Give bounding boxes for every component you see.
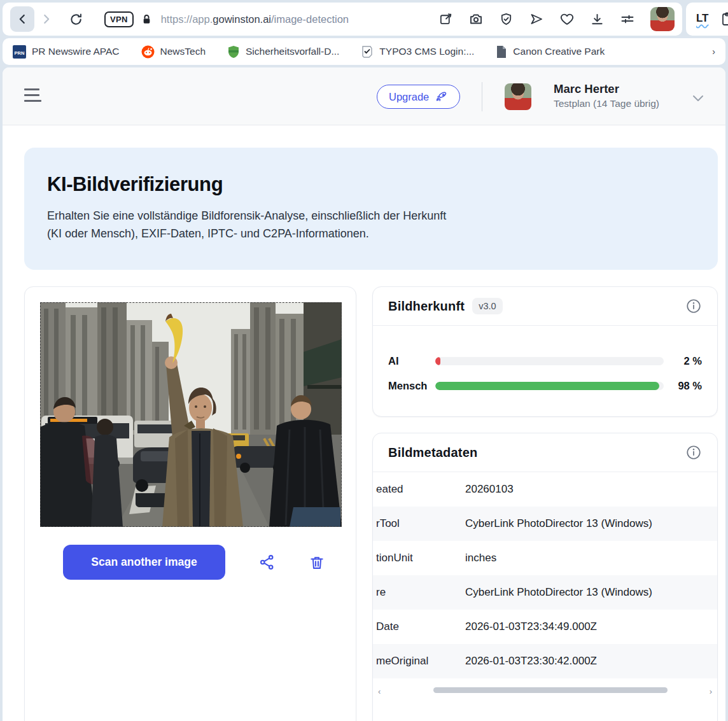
scrollbar-thumb[interactable] bbox=[433, 687, 668, 693]
forward-icon bbox=[39, 12, 53, 26]
typo3-favicon bbox=[361, 45, 374, 59]
metadata-key: meOriginal bbox=[373, 655, 465, 668]
bookmark-label: PR Newswire APAC bbox=[32, 46, 120, 57]
bar-value: 2 % bbox=[664, 355, 702, 367]
metadata-value: 2026-01-03T23:34:49.000Z bbox=[465, 620, 597, 633]
checkshield-favicon bbox=[361, 45, 374, 59]
bookmarks-overflow-chevron[interactable]: › bbox=[712, 46, 715, 57]
version-badge: v3.0 bbox=[472, 298, 502, 314]
scan-another-image-button[interactable]: Scan another image bbox=[63, 545, 225, 580]
origin-card: Bildherkunft v3.0 AI2 %Mensch98 % bbox=[372, 286, 718, 417]
shield-favicon bbox=[227, 45, 240, 59]
camera-icon[interactable] bbox=[468, 11, 484, 27]
chevron-down-icon[interactable] bbox=[690, 90, 706, 106]
metadata-value: inches bbox=[465, 552, 496, 564]
progress-track bbox=[435, 382, 664, 390]
info-icon bbox=[685, 444, 702, 461]
forward-button[interactable] bbox=[34, 6, 59, 32]
menu-button[interactable] bbox=[24, 88, 43, 106]
delete-button[interactable] bbox=[309, 554, 325, 571]
metadata-key: eated bbox=[373, 483, 465, 496]
trash-icon bbox=[309, 554, 325, 571]
page-title: KI-Bildverifizierung bbox=[47, 173, 695, 196]
origin-info-button[interactable] bbox=[685, 298, 702, 314]
metadata-hscrollbar[interactable]: ‹ › bbox=[373, 682, 717, 701]
metadata-row: rToolCyberLink PhotoDirector 13 (Windows… bbox=[373, 507, 717, 541]
user-name: Marc Herter bbox=[554, 82, 619, 96]
scanned-image bbox=[40, 302, 342, 527]
metadata-row: tionUnitinches bbox=[373, 541, 717, 575]
clipboard-icon[interactable] bbox=[722, 12, 728, 26]
metadata-value: 2026-01-03T23:30:42.000Z bbox=[465, 655, 597, 668]
metadata-value: CyberLink PhotoDirector 13 (Windows) bbox=[465, 586, 652, 599]
bookmark-item[interactable]: TYPO3 CMS Login:... bbox=[361, 45, 474, 59]
url-text[interactable]: https://app.gowinston.ai/image-detection bbox=[161, 13, 433, 25]
bookmark-item[interactable]: NewsTech bbox=[141, 45, 206, 59]
scroll-left-chevron[interactable]: ‹ bbox=[378, 687, 381, 696]
reload-icon bbox=[69, 12, 83, 27]
reddit-favicon bbox=[141, 45, 155, 59]
page-content: Upgrade Marc Herter Testplan (14 Tage üb… bbox=[3, 67, 725, 721]
origin-title: Bildherkunft bbox=[388, 299, 465, 314]
bookmark-label: TYPO3 CMS Login:... bbox=[379, 46, 474, 57]
metadata-key: re bbox=[373, 586, 465, 599]
metadata-row: eated20260103 bbox=[373, 472, 717, 507]
origin-bars: AI2 %Mensch98 % bbox=[373, 326, 717, 392]
reddit-favicon bbox=[141, 45, 155, 59]
metadata-title: Bildmetadaten bbox=[388, 445, 477, 460]
app-header: Upgrade Marc Herter Testplan (14 Tage üb… bbox=[3, 67, 725, 125]
languagetool-icon[interactable]: LT bbox=[696, 12, 709, 27]
share-icon bbox=[258, 554, 276, 571]
metadata-table: eated20260103rToolCyberLink PhotoDirecto… bbox=[373, 472, 717, 678]
street-photo-illustration bbox=[40, 302, 342, 527]
metadata-row: meOriginal2026-01-03T23:30:42.000Z bbox=[373, 644, 717, 678]
bar-value: 98 % bbox=[664, 380, 702, 392]
browser-profile-avatar[interactable] bbox=[650, 7, 675, 31]
back-button[interactable] bbox=[10, 6, 34, 32]
metadata-row: reCyberLink PhotoDirector 13 (Windows) bbox=[373, 575, 717, 610]
back-icon bbox=[15, 12, 29, 26]
bookmark-item[interactable]: Canon Creative Park bbox=[496, 45, 605, 59]
prn-favicon: PRN bbox=[13, 45, 26, 59]
bookmark-item[interactable]: PRNPR Newswire APAC bbox=[13, 45, 120, 59]
user-avatar[interactable] bbox=[505, 83, 531, 110]
progress-fill bbox=[435, 382, 659, 390]
compose-icon[interactable] bbox=[438, 12, 453, 27]
share-button[interactable] bbox=[258, 554, 276, 571]
scroll-right-chevron[interactable]: › bbox=[710, 687, 712, 696]
progress-track bbox=[435, 357, 664, 365]
bar-label: AI bbox=[388, 355, 435, 367]
download-icon[interactable] bbox=[590, 12, 605, 27]
bookmark-item[interactable]: Sicherheitsvorfall-D... bbox=[227, 45, 339, 59]
shield-check-icon[interactable] bbox=[499, 12, 514, 27]
heart-icon[interactable] bbox=[559, 11, 575, 27]
image-actions: Scan another image bbox=[40, 545, 340, 580]
extension-panel: LT bbox=[686, 3, 728, 36]
send-icon[interactable] bbox=[529, 11, 544, 27]
scanned-image-card: Scan another image bbox=[24, 286, 356, 721]
browser-address-bar[interactable]: VPN https://app.gowinston.ai/image-detec… bbox=[3, 3, 682, 36]
intro-banner: KI-Bildverifizierung Erhalten Sie eine v… bbox=[24, 148, 718, 270]
metadata-info-button[interactable] bbox=[685, 444, 702, 461]
rocket-icon bbox=[435, 90, 448, 104]
metadata-key: tionUnit bbox=[373, 552, 465, 564]
progress-fill bbox=[435, 357, 440, 365]
greenshield-favicon bbox=[227, 45, 240, 59]
metadata-value: 20260103 bbox=[465, 483, 514, 496]
page-subtitle: Erhalten Sie eine vollständige Bildforen… bbox=[47, 207, 695, 243]
sliders-icon[interactable] bbox=[620, 11, 635, 27]
metadata-row: Date2026-01-03T23:34:49.000Z bbox=[373, 610, 717, 644]
document-favicon bbox=[496, 45, 507, 59]
reload-button[interactable] bbox=[64, 6, 88, 32]
bookmark-label: Canon Creative Park bbox=[513, 46, 605, 57]
metadata-card: Bildmetadaten eated20260103rToolCyberLin… bbox=[372, 433, 718, 721]
bookmark-label: NewsTech bbox=[160, 46, 206, 57]
lock-icon[interactable] bbox=[140, 13, 153, 26]
origin-bar-row: Mensch98 % bbox=[388, 380, 702, 392]
metadata-value: CyberLink PhotoDirector 13 (Windows) bbox=[465, 517, 652, 530]
vpn-badge[interactable]: VPN bbox=[104, 11, 134, 27]
prn-favicon: PRN bbox=[13, 45, 26, 59]
bar-label: Mensch bbox=[388, 380, 435, 392]
upgrade-button[interactable]: Upgrade bbox=[377, 85, 460, 109]
results-column: Bildherkunft v3.0 AI2 %Mensch98 % Bildme… bbox=[372, 286, 718, 721]
